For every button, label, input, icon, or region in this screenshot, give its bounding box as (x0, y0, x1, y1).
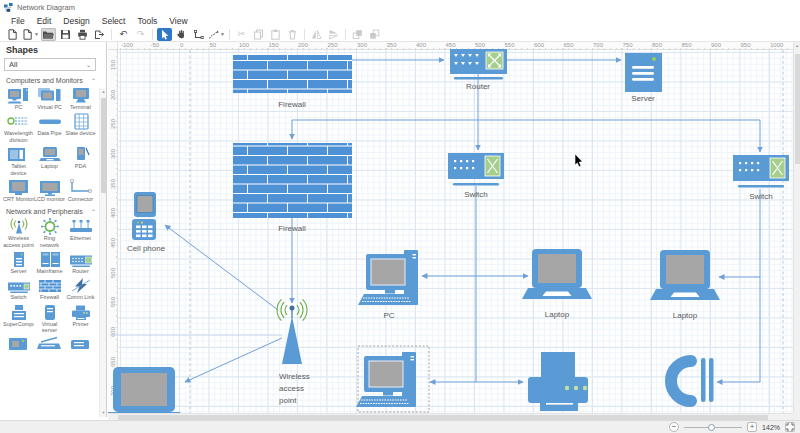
shape-item[interactable]: PC (3, 87, 34, 110)
scroll-up-arrow-icon[interactable]: ▲ (100, 88, 107, 96)
shapes-grid-computers: PC Virtual PC Terminal Wavelength divisi… (0, 86, 100, 204)
shape-item[interactable]: LCD monitor (34, 179, 65, 202)
shape-item[interactable]: Router (65, 251, 96, 274)
shape-item[interactable]: Virtual server (34, 304, 65, 334)
crt-monitor-icon (6, 179, 32, 196)
node-firewall-top[interactable] (233, 55, 352, 93)
shape-item[interactable]: Terminal (65, 87, 96, 110)
save-button[interactable] (58, 28, 73, 41)
new-from-template-button[interactable]: ▼ (22, 28, 39, 41)
shape-item[interactable]: Ring network (34, 218, 65, 248)
label-switch-right: Switch (749, 192, 773, 201)
undo-button[interactable]: ↶ (116, 28, 131, 41)
shape-item[interactable]: Ethernet (65, 218, 96, 248)
node-wireless-access-point[interactable] (277, 299, 307, 364)
node-switch-right[interactable] (733, 155, 789, 188)
shape-item[interactable]: SuperComputer (3, 304, 34, 334)
scrollbar-thumb[interactable] (795, 54, 800, 164)
bring-forward-button (350, 28, 365, 41)
print-button[interactable] (75, 28, 90, 41)
scroll-down-arrow-icon[interactable]: ▼ (100, 409, 107, 417)
pointer-tool-button[interactable] (157, 28, 172, 41)
node-laptop-right[interactable] (650, 250, 720, 300)
shape-item-label: Virtual PC (34, 104, 65, 110)
section-label: Network and Peripherals (6, 208, 83, 215)
terminal-icon (68, 87, 94, 104)
shape-item[interactable]: Connector (65, 179, 96, 202)
node-laptop-bottom-left[interactable] (108, 367, 186, 413)
shape-item[interactable]: Slate device (65, 113, 96, 143)
status-bar: − + 142% (0, 420, 800, 433)
zoom-out-button[interactable]: − (669, 422, 679, 432)
shape-item[interactable]: Wavelength division MUX (3, 113, 34, 143)
data-pipe-icon (37, 113, 63, 130)
zoom-in-button[interactable]: + (747, 422, 757, 432)
zoom-slider-knob[interactable] (708, 424, 715, 431)
firewall-icon (37, 277, 63, 294)
export-button[interactable] (92, 28, 107, 41)
scrollbar-thumb[interactable] (101, 98, 106, 193)
connector-wap-laptop[interactable] (185, 338, 282, 382)
router-icon (68, 251, 94, 268)
shape-item[interactable]: Switch (3, 277, 34, 300)
diagram-canvas[interactable]: -100-50050100150200250300350400450500550… (108, 42, 793, 413)
node-printer[interactable] (528, 352, 588, 411)
shape-item[interactable]: Comm Link (65, 277, 96, 300)
shape-item[interactable]: Firewall (34, 277, 65, 300)
shape-item-label: LCD monitor (34, 196, 65, 202)
zoom-slider[interactable] (684, 422, 742, 432)
shape-item[interactable]: Printer (65, 304, 96, 334)
connector-wap-cellphone[interactable] (165, 225, 278, 310)
menu-item[interactable]: Tools (131, 16, 163, 26)
new-document-button[interactable] (5, 28, 20, 41)
open-button[interactable] (41, 28, 56, 41)
wireless-access-point-icon (6, 218, 32, 235)
node-phone[interactable] (671, 358, 714, 402)
label-router: Router (466, 82, 490, 91)
chevron-up-icon: ⌃ (91, 77, 96, 84)
shape-item[interactable]: CRT Monitor (3, 179, 34, 202)
shape-item[interactable]: Laptop (34, 146, 65, 176)
shapes-panel-scrollbar[interactable]: ▲ ▼ (99, 88, 106, 417)
pan-tool-button[interactable] (174, 28, 189, 41)
horizontal-scrollbar[interactable] (108, 413, 793, 420)
section-computers-and-monitors[interactable]: Computers and Monitors ⌃ (0, 73, 106, 86)
fit-to-window-button[interactable] (785, 422, 795, 432)
shape-item[interactable]: Wireless access point (3, 218, 34, 248)
shape-item[interactable] (65, 336, 96, 353)
virtual-server-icon (37, 304, 63, 321)
node-laptop-center[interactable] (522, 249, 592, 299)
node-pc-selected[interactable] (356, 346, 429, 412)
shape-item[interactable] (3, 336, 34, 353)
shape-item[interactable]: Virtual PC (34, 87, 65, 110)
shape-item[interactable]: Mainframe (34, 251, 65, 274)
shape-item-label: PC (3, 104, 34, 110)
vertical-scrollbar[interactable]: ▲ ▼ (793, 42, 800, 420)
shape-item[interactable]: Server (3, 251, 34, 274)
scroll-up-arrow-icon[interactable]: ▲ (794, 43, 800, 48)
menu-item[interactable]: Edit (31, 16, 58, 26)
shape-item[interactable]: Data Pipe (34, 113, 65, 143)
menu-item[interactable]: Design (57, 16, 95, 26)
node-cell-phone[interactable] (132, 192, 156, 240)
shape-item[interactable] (34, 336, 65, 353)
connectors[interactable] (110, 60, 760, 382)
node-firewall-mid[interactable] (233, 143, 352, 218)
node-pc[interactable] (358, 250, 418, 305)
node-switch-center[interactable] (448, 153, 504, 186)
menu-bar: FileEditDesignSelectToolsView (0, 14, 800, 27)
switch-icon (6, 277, 32, 294)
freeform-connector-button[interactable]: ▼ (208, 28, 225, 41)
connector-tool-button[interactable] (191, 28, 206, 41)
menu-item[interactable]: Select (96, 16, 132, 26)
shape-item[interactable]: Tablet device (3, 146, 34, 176)
menu-item[interactable]: View (163, 16, 193, 26)
diagram-svg[interactable]: Firewall Router Server Firewall Switch S… (108, 42, 793, 413)
shape-item[interactable]: PDA (65, 146, 96, 176)
shape-item-label: Router (65, 268, 96, 274)
menu-item[interactable]: File (5, 16, 31, 26)
shapes-filter-dropdown[interactable]: All ⌄ (4, 58, 96, 71)
section-network-and-peripherals[interactable]: Network and Peripherals ⌃ (0, 204, 106, 217)
label-wap-line3: point (279, 396, 297, 405)
node-server[interactable] (625, 53, 662, 92)
